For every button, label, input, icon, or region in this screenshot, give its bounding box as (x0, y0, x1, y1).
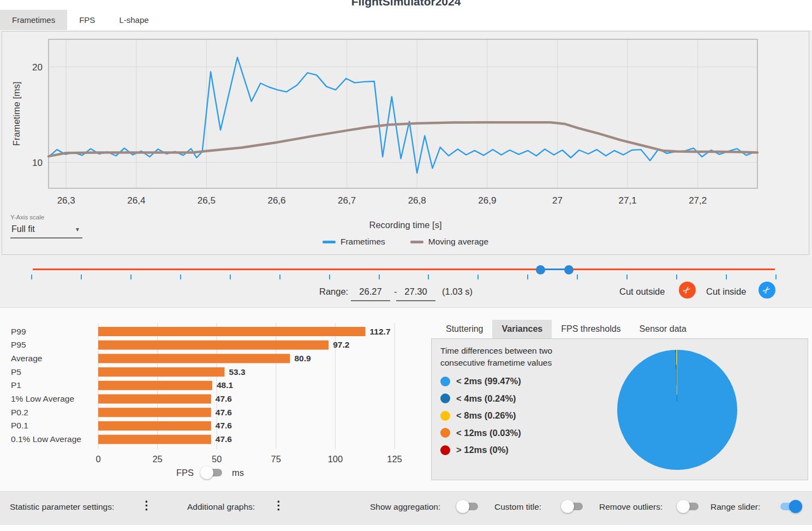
tab-l-shape-label: L-shape (119, 15, 148, 25)
custom-title-toggle[interactable] (561, 499, 586, 514)
statistics-section: P99112.7P9597.2Average80.9P553.3P148.11%… (0, 307, 812, 491)
unit-toggle-right-label: ms (232, 468, 244, 478)
legend-item: Moving average (410, 237, 488, 247)
toggle-knob (200, 466, 213, 479)
legend-dot (440, 428, 450, 438)
range-slider-toggle[interactable] (777, 499, 802, 514)
tab-frametimes-label: Frametimes (12, 15, 55, 25)
bar-x-tick-label: 75 (271, 454, 281, 464)
bar-x-tick-label: 125 (387, 454, 402, 464)
bottom-strip (0, 525, 812, 531)
unit-toggle-left-label: FPS (176, 468, 194, 478)
analysis-tab-bar: Stuttering Variances FPS thresholds Sens… (437, 320, 696, 338)
variances-description: Time differences between two consecutive… (440, 345, 590, 369)
x-tick-label: 26,7 (338, 195, 356, 206)
tab-fps-label: FPS (79, 15, 95, 25)
y-tick-label: 20 (32, 62, 43, 73)
frametime-section: 102026,326,426,526,626,726,826,92727,127… (0, 30, 812, 307)
slider-tick (428, 275, 429, 279)
tab-l-shape[interactable]: L-shape (107, 10, 160, 30)
range-row: Range: 26.27 - 27.30 (1.03 s) Cut outsid… (0, 283, 812, 302)
kebab-menu-icon[interactable]: ⋮ (141, 499, 152, 512)
range-end-input[interactable]: 27.30 (396, 284, 435, 301)
x-tick-label: 26,4 (127, 195, 145, 206)
bar-value-label: 47.6 (216, 434, 232, 444)
variance-legend-item: < 8ms (0.26%) (440, 407, 521, 425)
legend-swatch (323, 241, 336, 243)
bar (98, 354, 290, 363)
tab-frametimes[interactable]: Frametimes (0, 10, 67, 30)
statistic-settings-label: Statistic parameter settings: (10, 502, 114, 512)
toggle-knob (456, 500, 469, 513)
frametime-chart-panel: 102026,326,426,526,626,726,826,92727,127… (2, 31, 809, 255)
bar-value-label: 112.7 (370, 327, 391, 336)
bar (98, 341, 329, 350)
cut-outside-button[interactable]: ✂ (679, 282, 696, 299)
bar (98, 395, 211, 404)
x-tick-label: 27 (552, 195, 563, 206)
bar (98, 381, 212, 390)
frametime-chart[interactable]: 102026,326,426,526,626,726,826,92727,127… (2, 32, 809, 217)
tab-variances[interactable]: Variances (492, 320, 552, 338)
range-label: Range: (319, 287, 348, 297)
percentile-bar-chart: P99112.7P9597.2Average80.9P553.3P148.11%… (0, 316, 431, 472)
custom-title-label: Custom title: (494, 502, 541, 512)
kebab-menu-icon[interactable]: ⋮ (273, 499, 284, 512)
range-slider-track[interactable] (33, 269, 775, 270)
bar (98, 367, 225, 377)
y-axis-scale-value: Full fit (11, 224, 35, 234)
cut-inside-label: Cut inside (706, 287, 746, 297)
toggle-knob (561, 500, 574, 513)
fps-ms-toggle[interactable] (200, 466, 225, 480)
show-aggregation-toggle[interactable] (456, 499, 481, 514)
tab-sensor-data-label: Sensor data (640, 324, 686, 334)
tab-fps-thresholds[interactable]: FPS thresholds (552, 320, 630, 338)
bar (98, 421, 211, 431)
y-axis-scale-dropdown[interactable]: Y-Axis scale Full fit ▼ (10, 214, 82, 238)
variance-legend-label: < 4ms (0.24%) (456, 393, 516, 404)
cut-inside-button[interactable]: ✂ (759, 282, 775, 299)
legend-swatch (410, 241, 423, 243)
x-tick-label: 26,3 (57, 195, 75, 206)
variance-legend-item: > 12ms (0%) (440, 441, 521, 459)
slider-tick (130, 275, 132, 279)
tab-stuttering[interactable]: Stuttering (437, 320, 492, 338)
plot-area[interactable] (49, 39, 757, 188)
tab-fps-thresholds-label: FPS thresholds (561, 324, 620, 334)
slider-tick (230, 275, 231, 279)
bar-value-label: 97.2 (333, 340, 349, 349)
tab-variances-label: Variances (501, 324, 542, 334)
legend-label: Frametimes (341, 237, 385, 247)
toggle-knob (789, 500, 802, 513)
scissors-icon: ✂ (680, 283, 694, 297)
x-tick-label: 26,8 (408, 195, 426, 206)
variance-legend-label: < 2ms (99.47%) (456, 376, 521, 386)
slider-tick (379, 275, 380, 279)
tab-sensor-data[interactable]: Sensor data (630, 320, 696, 338)
chart-legend: FrametimesMoving average (2, 237, 809, 247)
bar-x-tick-label: 100 (328, 454, 343, 464)
range-slider-handle-right[interactable] (564, 265, 574, 275)
x-tick-label: 26,9 (478, 195, 496, 206)
remove-outliers-toggle[interactable] (677, 499, 702, 514)
y-tick-label: 10 (32, 158, 43, 168)
slider-tick (477, 275, 479, 279)
bar-value-label: 47.6 (216, 421, 232, 430)
y-axis-scale-label: Y-Axis scale (10, 214, 82, 220)
slider-tick (775, 275, 777, 279)
bar-category-label: Average (11, 354, 42, 363)
range-slider-handle-left[interactable] (536, 265, 545, 275)
legend-dot (440, 445, 450, 455)
slider-tick (81, 275, 82, 279)
bar-category-label: P95 (11, 340, 26, 349)
app-header: FlightSimulator2024 Frametimes FPS L-sha… (0, 0, 812, 30)
cut-outside-label: Cut outside (619, 287, 665, 297)
bar-category-label: P1 (11, 380, 21, 390)
page-title: FlightSimulator2024 (351, 0, 461, 8)
legend-label: Moving average (428, 237, 488, 247)
bar-value-label: 53.3 (229, 367, 246, 377)
variance-legend-item: < 12ms (0.03%) (440, 425, 521, 442)
tab-fps[interactable]: FPS (67, 10, 107, 30)
variances-panel: Time differences between two consecutive… (431, 338, 808, 480)
range-start-input[interactable]: 26.27 (351, 284, 390, 301)
